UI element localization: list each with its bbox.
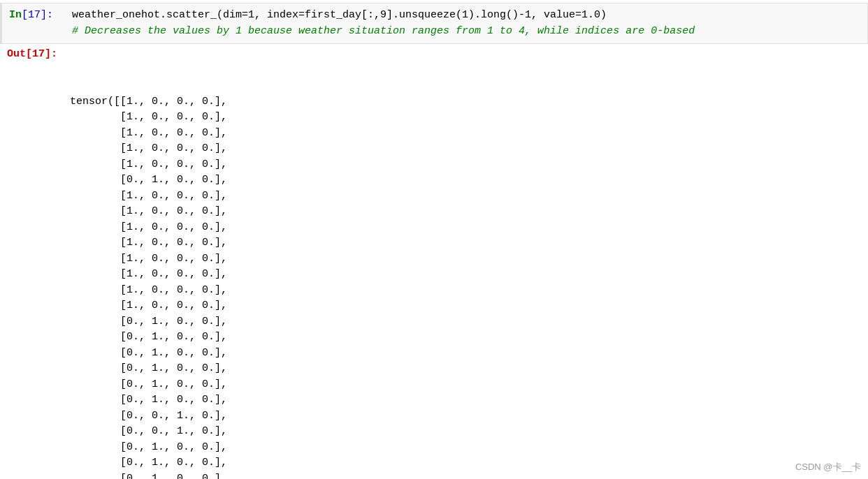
comment-line-1: # Decreases the values by 1 because weat… — [72, 24, 860, 40]
tensor-line: [0., 1., 0., 0.], — [70, 440, 861, 456]
out-keyword: Out[17]: — [7, 48, 57, 60]
tensor-line: [0., 0., 1., 0.], — [70, 408, 861, 425]
tensor-line: [1., 0., 0., 0.], — [70, 126, 861, 142]
tensor-line: [1., 0., 0., 0.], — [70, 251, 861, 267]
tensor-line: [0., 1., 0., 0.], — [70, 330, 861, 346]
tensor-line: [0., 1., 0., 0.], — [70, 361, 861, 377]
tensor-line: [1., 0., 0., 0.], — [70, 189, 861, 205]
tensor-line: [0., 1., 0., 0.], — [70, 314, 861, 330]
tensor-line: [1., 0., 0., 0.], — [70, 283, 861, 299]
tensor-line: [1., 0., 0., 0.], — [70, 220, 861, 236]
tensor-line: [1., 0., 0., 0.], — [70, 157, 861, 173]
tensor-line: [1., 0., 0., 0.], — [70, 141, 861, 157]
cell-output: Out[17]: tensor([[1., 0., 0., 0.], [1., … — [0, 44, 868, 479]
notebook-cell: In[17]: weather_onehot.scatter_(dim=1, i… — [0, 0, 868, 479]
cell-input-label: In[17]: — [9, 8, 72, 21]
tensor-line: tensor([[1., 0., 0., 0.], — [70, 94, 861, 110]
tensor-line: [0., 1., 0., 0.], — [70, 471, 861, 480]
code-block: weather_onehot.scatter_(dim=1, index=fir… — [72, 8, 860, 39]
tensor-line: [1., 0., 0., 0.], — [70, 235, 861, 251]
tensor-line: [0., 0., 1., 0.], — [70, 424, 861, 440]
in-keyword: In — [9, 9, 22, 21]
tensor-line: [0., 1., 0., 0.], — [70, 377, 861, 393]
cell-input: In[17]: weather_onehot.scatter_(dim=1, i… — [0, 3, 868, 44]
tensor-line: [0., 1., 0., 0.], — [70, 392, 861, 408]
tensor-line: [1., 0., 0., 0.], — [70, 110, 861, 126]
tensor-line: [1., 0., 0., 0.], — [70, 298, 861, 314]
tensor-line: [0., 1., 0., 0.], — [70, 172, 861, 189]
tensor-line: [0., 1., 0., 0.], — [70, 346, 861, 362]
code-line-1: weather_onehot.scatter_(dim=1, index=fir… — [72, 8, 860, 24]
tensor-line: [1., 0., 0., 0.], — [70, 204, 861, 220]
tensor-line: [1., 0., 0., 0.], — [70, 267, 861, 283]
tensor-line: [0., 1., 0., 0.], — [70, 455, 861, 471]
cell-input-number: [17]: — [22, 9, 53, 21]
output-content: tensor([[1., 0., 0., 0.], [1., 0., 0., 0… — [70, 47, 861, 479]
branding: CSDN @卡__卡 — [795, 461, 861, 473]
output-label: Out[17]: — [7, 47, 70, 60]
